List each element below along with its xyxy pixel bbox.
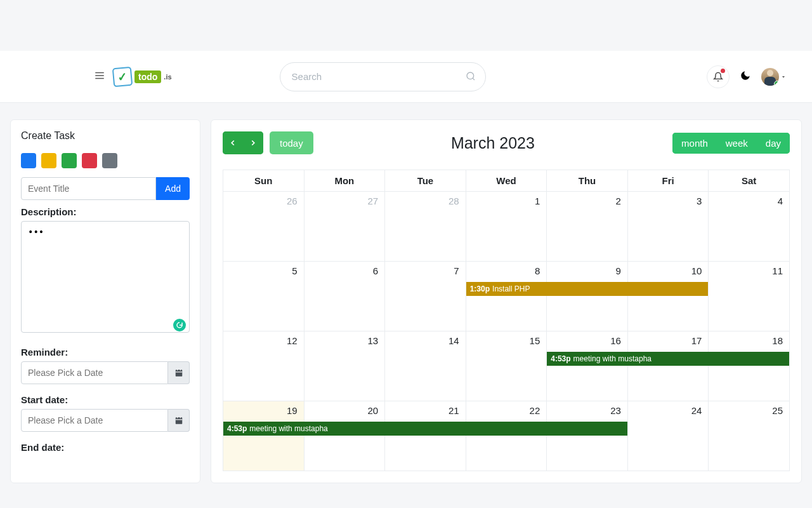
day-number: 21 (449, 405, 459, 416)
chevron-left-icon (228, 138, 237, 147)
day-number: 14 (449, 335, 459, 346)
weekday-header: Mon (304, 170, 385, 192)
day-cell[interactable]: 15 (466, 331, 547, 401)
day-number: 28 (449, 196, 459, 206)
svg-point-3 (467, 72, 474, 79)
day-number: 9 (615, 265, 620, 276)
day-cell[interactable]: 25 (709, 401, 790, 471)
event-time: 1:30p (470, 284, 490, 293)
dark-mode-toggle[interactable] (740, 70, 751, 84)
day-cell[interactable]: 194:53pmeeting with mustapha (223, 401, 304, 471)
calendar-icon (174, 368, 183, 377)
day-cell[interactable]: 26 (223, 192, 304, 262)
user-menu[interactable] (761, 68, 787, 86)
view-week[interactable]: week (717, 133, 757, 154)
menu-toggle[interactable] (94, 70, 107, 84)
day-cell[interactable]: 20 (304, 401, 385, 471)
day-number: 24 (691, 405, 702, 416)
color-swatch-0[interactable] (21, 153, 36, 168)
day-number: 27 (367, 196, 378, 206)
day-cell[interactable]: 6 (304, 262, 385, 331)
search-icon (466, 71, 476, 84)
startdate-picker-button[interactable] (168, 409, 190, 432)
event-title-input[interactable] (21, 177, 156, 200)
search-input[interactable] (280, 62, 486, 91)
bell-icon (713, 72, 723, 82)
day-number: 2 (615, 196, 620, 206)
day-cell[interactable]: 81:30pInstall PHP (466, 262, 547, 331)
moon-icon (740, 70, 751, 81)
notification-dot (721, 69, 725, 73)
description-input[interactable] (21, 221, 190, 333)
day-number: 13 (367, 335, 378, 346)
day-number: 22 (530, 405, 540, 416)
logo[interactable]: todo .is (113, 67, 172, 86)
prev-button[interactable] (223, 131, 243, 154)
calendar-event[interactable]: 4:53pmeeting with mustapha (223, 422, 627, 436)
today-button[interactable]: today (270, 131, 313, 154)
day-cell[interactable]: 28 (385, 192, 466, 262)
event-time: 4:53p (227, 424, 247, 433)
day-cell[interactable]: 11 (709, 262, 790, 331)
day-cell[interactable]: 5 (223, 262, 304, 331)
day-cell[interactable]: 23 (547, 401, 628, 471)
reminder-input[interactable] (21, 361, 168, 384)
description-label: Description: (21, 206, 190, 217)
add-button[interactable]: Add (156, 177, 190, 200)
logo-sub: .is (164, 73, 171, 81)
day-number: 5 (292, 265, 297, 276)
color-swatch-1[interactable] (41, 153, 56, 168)
day-cell[interactable]: 21 (385, 401, 466, 471)
day-cell[interactable]: 1 (466, 192, 547, 262)
caret-down-icon (780, 71, 787, 83)
day-number: 12 (287, 335, 298, 346)
view-day[interactable]: day (757, 133, 790, 154)
day-cell[interactable]: 27 (304, 192, 385, 262)
day-cell[interactable]: 14 (385, 331, 466, 401)
svg-line-4 (473, 78, 475, 80)
color-swatch-2[interactable] (62, 153, 77, 168)
day-cell[interactable]: 4 (709, 192, 790, 262)
day-number: 26 (287, 196, 298, 206)
day-cell[interactable]: 24 (627, 401, 709, 471)
chevron-right-icon (249, 138, 258, 147)
avatar (761, 68, 779, 86)
weekday-header: Sat (709, 170, 790, 192)
day-cell[interactable]: 13 (304, 331, 385, 401)
day-cell[interactable]: 12 (223, 331, 304, 401)
day-number: 8 (535, 265, 540, 276)
day-cell[interactable]: 9 (547, 262, 628, 331)
weekday-header: Thu (547, 170, 628, 192)
calendar-event[interactable]: 4:53pmeeting with mustapha (547, 352, 789, 366)
color-swatch-3[interactable] (82, 153, 97, 168)
notifications-button[interactable] (707, 65, 730, 88)
day-number: 17 (691, 335, 702, 346)
day-cell[interactable]: 22 (466, 401, 547, 471)
svg-rect-9 (175, 417, 182, 424)
event-title: meeting with mustapha (249, 424, 327, 433)
reminder-picker-button[interactable] (168, 361, 190, 384)
day-cell[interactable]: 18 (709, 331, 790, 401)
next-button[interactable] (243, 131, 263, 154)
logo-icon (112, 66, 133, 87)
day-number: 11 (772, 265, 783, 276)
day-number: 3 (697, 196, 702, 206)
day-cell[interactable]: 3 (627, 192, 709, 262)
grammarly-icon[interactable] (173, 319, 186, 331)
day-cell[interactable]: 164:53pmeeting with mustapha (547, 331, 628, 401)
day-number: 4 (778, 196, 783, 206)
day-number: 25 (772, 405, 783, 416)
day-cell[interactable]: 17 (627, 331, 709, 401)
calendar-event[interactable]: 1:30pInstall PHP (466, 282, 709, 296)
day-number: 10 (691, 265, 702, 276)
color-swatch-4[interactable] (102, 153, 117, 168)
view-month[interactable]: month (672, 133, 717, 154)
day-cell[interactable]: 2 (547, 192, 628, 262)
startdate-input[interactable] (21, 409, 168, 432)
event-title: Install PHP (492, 284, 530, 293)
startdate-label: Start date: (21, 394, 190, 405)
day-cell[interactable]: 7 (385, 262, 466, 331)
day-number: 20 (367, 405, 378, 416)
day-number: 7 (454, 265, 459, 276)
day-cell[interactable]: 10 (627, 262, 709, 331)
